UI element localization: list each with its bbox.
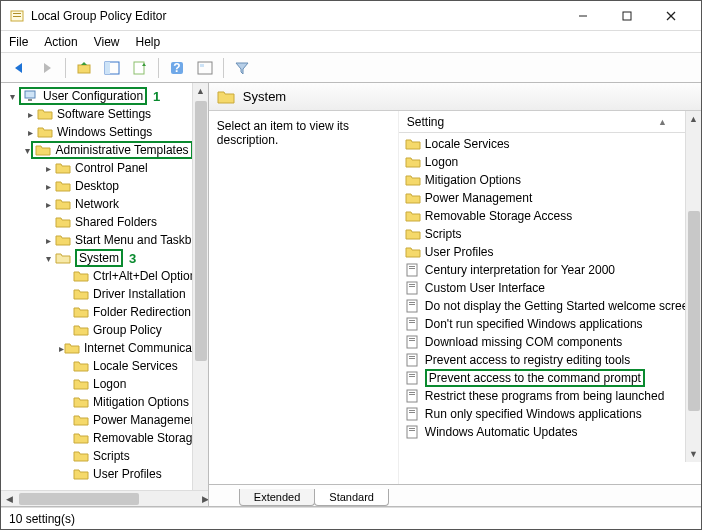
help-button[interactable]: ? [165,56,189,80]
tree-scripts[interactable]: Scripts [1,447,208,465]
list-item[interactable]: Power Management [399,189,701,207]
tree-shared-folders[interactable]: Shared Folders [1,213,208,231]
filter-button[interactable] [230,56,254,80]
list-item[interactable]: Century interpretation for Year 2000 [399,261,701,279]
up-folder-button[interactable] [72,56,96,80]
expand-icon[interactable]: ▾ [5,89,19,103]
scroll-right-icon[interactable]: ▶ [197,494,209,504]
folder-icon [405,245,421,259]
tree-desktop[interactable]: ▸Desktop [1,177,208,195]
expand-icon[interactable]: ▸ [41,161,55,175]
collapse-icon[interactable]: ▾ [23,143,31,157]
svg-rect-44 [407,426,417,438]
scroll-thumb[interactable] [19,493,139,505]
tab-standard[interactable]: Standard [314,489,389,506]
menu-file[interactable]: File [9,35,28,49]
tree-software-settings[interactable]: ▸Software Settings [1,105,208,123]
tree-removable-storage[interactable]: Removable Storage Access [1,429,208,447]
expand-icon[interactable]: ▸ [23,125,37,139]
folder-icon [55,197,71,211]
list-vertical-scrollbar[interactable]: ▲ ▼ [685,111,701,462]
svg-rect-4 [623,12,631,20]
folder-icon [35,143,51,157]
expand-icon[interactable]: ▸ [41,197,55,211]
tree-user-configuration[interactable]: ▾ User Configuration 1 [1,87,208,105]
svg-rect-24 [409,302,415,303]
svg-rect-20 [407,282,417,294]
tree-group-policy[interactable]: Group Policy [1,321,208,339]
list-item[interactable]: Prevent access to registry editing tools [399,351,701,369]
collapse-icon[interactable]: ▾ [41,251,55,265]
menu-action[interactable]: Action [44,35,77,49]
list-item[interactable]: Logon [399,153,701,171]
list-item[interactable]: Restrict these programs from being launc… [399,387,701,405]
scroll-left-icon[interactable]: ◀ [1,494,17,504]
folder-icon [405,137,421,151]
column-header-setting[interactable]: Setting ▲ [399,111,701,133]
tree-folder-redirection[interactable]: Folder Redirection [1,303,208,321]
setting-icon [405,299,421,313]
menu-help[interactable]: Help [136,35,161,49]
tree-driver-installation[interactable]: Driver Installation [1,285,208,303]
list-item[interactable]: Do not display the Getting Started welco… [399,297,701,315]
folder-icon [405,191,421,205]
scroll-up-icon[interactable]: ▲ [193,83,208,99]
back-button[interactable] [7,56,31,80]
scroll-thumb[interactable] [195,101,207,361]
scroll-up-icon[interactable]: ▲ [686,111,701,127]
list-item[interactable]: Mitigation Options [399,171,701,189]
svg-rect-35 [407,372,417,384]
tree-ctrl-alt-del[interactable]: Ctrl+Alt+Del Options [1,267,208,285]
list-item[interactable]: Don't run specified Windows applications [399,315,701,333]
tree-start-menu[interactable]: ▸Start Menu and Taskbar [1,231,208,249]
list-item[interactable]: Locale Services [399,135,701,153]
tree-logon[interactable]: Logon [1,375,208,393]
list-item[interactable]: User Profiles [399,243,701,261]
tree-administrative-templates[interactable]: ▾ Administrative Templates 2 [1,141,208,159]
list-item[interactable]: Removable Storage Access [399,207,701,225]
list-item[interactable]: Scripts [399,225,701,243]
svg-rect-30 [409,338,415,339]
expand-icon[interactable]: ▸ [23,107,37,121]
scroll-thumb[interactable] [688,211,700,411]
tree-locale-services[interactable]: Locale Services [1,357,208,375]
minimize-button[interactable] [561,2,605,30]
details-pane: System Select an item to view its descri… [209,83,701,506]
tree-mitigation-options[interactable]: Mitigation Options [1,393,208,411]
svg-rect-43 [409,412,415,413]
annotation-marker-1: 1 [153,89,160,104]
status-bar: 10 setting(s) [1,507,701,529]
svg-rect-46 [409,430,415,431]
menu-view[interactable]: View [94,35,120,49]
forward-button[interactable] [35,56,59,80]
tree-horizontal-scrollbar[interactable]: ◀ ▶ [1,490,209,506]
tree-user-profiles[interactable]: User Profiles [1,465,208,483]
tree-network[interactable]: ▸Network [1,195,208,213]
tree-system[interactable]: ▾ System 3 [1,249,208,267]
list-item[interactable]: Custom User Interface [399,279,701,297]
maximize-button[interactable] [605,2,649,30]
computer-icon [23,89,39,103]
list-item-highlighted[interactable]: 4 Prevent access to the command prompt [399,369,701,387]
tree-vertical-scrollbar[interactable]: ▲ ▼ [192,83,208,506]
show-hide-tree-button[interactable] [100,56,124,80]
tree-windows-settings[interactable]: ▸Windows Settings [1,123,208,141]
expand-icon[interactable]: ▸ [41,233,55,247]
folder-icon [73,467,89,481]
expand-icon[interactable]: ▸ [41,179,55,193]
toolbar: ? [1,53,701,83]
list-item[interactable]: Download missing COM components [399,333,701,351]
scroll-down-icon[interactable]: ▼ [686,446,701,462]
close-button[interactable] [649,2,693,30]
svg-rect-19 [409,268,415,269]
export-button[interactable] [128,56,152,80]
folder-icon [73,395,89,409]
tree-internet-communication[interactable]: ▸Internet Communication Management [1,339,208,357]
properties-button[interactable] [193,56,217,80]
folder-open-icon [55,251,71,265]
tab-extended[interactable]: Extended [239,489,315,506]
list-item[interactable]: Windows Automatic Updates [399,423,701,441]
tree-control-panel[interactable]: ▸Control Panel [1,159,208,177]
tree-power-management[interactable]: Power Management [1,411,208,429]
list-item[interactable]: Run only specified Windows applications [399,405,701,423]
